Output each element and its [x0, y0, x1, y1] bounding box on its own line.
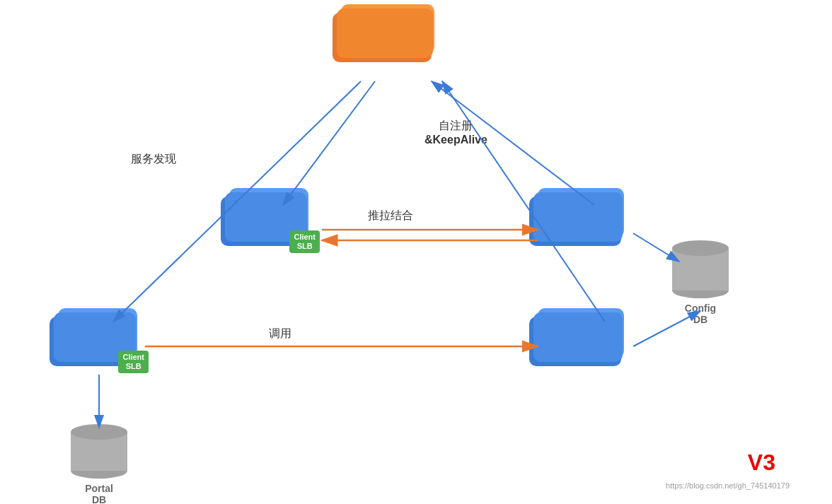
admin-service-label: AdminService	[553, 325, 598, 358]
version-text: V3	[748, 450, 775, 475]
client-node: Client ClientSLB	[221, 197, 306, 246]
client-slb-badge-2: ClientSLB	[118, 351, 149, 373]
admin-service-box: AdminService	[529, 317, 621, 366]
push-pull-text: 推拉结合	[368, 209, 413, 221]
portal-db-node: PortalDB	[71, 424, 127, 504]
eureka-node: Eureka	[333, 13, 432, 62]
service-discovery-label: 服务发现	[131, 152, 176, 167]
invoke-text: 调用	[269, 327, 291, 339]
self-register-text: 自注册	[439, 119, 473, 131]
version-label: V3	[748, 450, 775, 476]
keep-alive-text: &KeepAlive	[424, 134, 487, 146]
client-label: Client	[245, 214, 281, 229]
portal-node: Portal ClientSLB	[50, 317, 134, 366]
portal-db-top	[71, 424, 127, 440]
self-register-label: 自注册 &KeepAlive	[424, 119, 487, 146]
eureka-label: Eureka	[356, 28, 408, 47]
service-discovery-text: 服务发现	[131, 153, 176, 165]
admin-service-node: AdminService	[529, 317, 621, 366]
config-db-node: ConfigDB	[672, 240, 729, 325]
push-pull-label: 推拉结合	[368, 209, 413, 223]
watermark: https://blog.csdn.net/gh_745140179	[666, 481, 790, 490]
eureka-to-client-arrow	[283, 81, 375, 205]
watermark-text: https://blog.csdn.net/gh_745140179	[666, 481, 790, 490]
invoke-label: 调用	[269, 327, 291, 341]
config-db-top	[672, 240, 729, 256]
config-service-node: ConfigService	[529, 197, 621, 246]
portal-label: Portal	[74, 334, 110, 349]
eureka-box: Eureka	[333, 13, 432, 62]
diagram: Eureka Client ClientSLB ConfigService Ad…	[0, 0, 832, 504]
portal-db-label: PortalDB	[71, 483, 127, 504]
config-service-box: ConfigService	[529, 197, 621, 246]
client-slb-badge-1: ClientSLB	[289, 230, 320, 253]
config-service-label: ConfigService	[553, 205, 598, 238]
config-db-label: ConfigDB	[672, 303, 729, 325]
